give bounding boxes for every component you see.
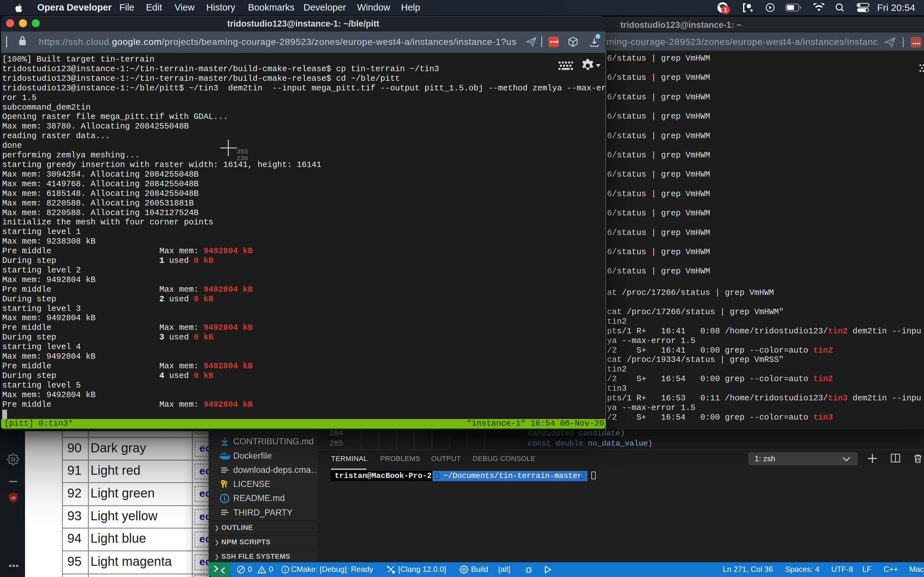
svg-text:ub: ub <box>11 495 16 500</box>
